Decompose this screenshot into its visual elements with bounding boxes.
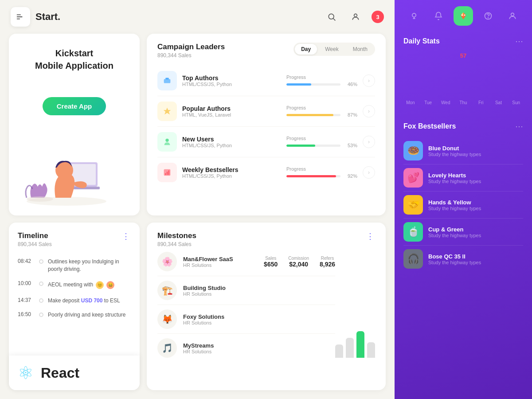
bestseller-sub-2: Study the highway types (428, 206, 481, 211)
campaign-rows-container: Top Authors HTML/CSS/JS, Python Progress… (157, 66, 375, 188)
campaign-header: Campaign Leaders 890,344 Sales Day Week … (157, 43, 375, 59)
milestone-bar-fill-1 (346, 338, 354, 358)
campaign-row: New Users HTML/CSS/JS, Python Progress 5… (157, 127, 375, 157)
bestseller-item[interactable]: 🎧 Bose QC 35 II Study the highway types (403, 246, 523, 272)
svg-rect-2 (17, 19, 20, 20)
right-panel: Daily Stats ⋯ 57 Mon Tue Wed Thu Fri Sat… (395, 0, 532, 399)
progress-section-3: Progress 92% (286, 166, 357, 179)
row-arrow-3[interactable]: › (363, 166, 375, 179)
campaign-info: Campaign Leaders 890,344 Sales (157, 43, 225, 59)
milestone-icon-2: 🦊 (157, 309, 177, 329)
panel-icon-user[interactable] (503, 6, 522, 26)
campaign-tabs: Day Week Month (293, 43, 375, 56)
timeline-item: 14:37 Make deposit USD 700 to ESL (18, 293, 131, 308)
timeline-dot-2 (39, 298, 43, 303)
row-arrow-0[interactable]: › (363, 74, 375, 87)
fox-bestsellers-menu[interactable]: ⋯ (515, 121, 523, 131)
kickstart-illustration (18, 136, 131, 207)
panel-icon-lightbulb[interactable] (404, 6, 424, 26)
campaign-row: Top Authors HTML/CSS/JS, Python Progress… (157, 66, 375, 96)
bestseller-thumb-2: 🤝 (403, 195, 423, 215)
milestones-menu[interactable]: ⋮ (366, 231, 375, 241)
bestseller-item[interactable]: 🍩 Blue Donut Study the highway types (403, 137, 523, 164)
row-arrow-1[interactable]: › (363, 105, 375, 117)
tab-month[interactable]: Month (347, 44, 374, 55)
fox-bestsellers-header: Fox Bestsellers ⋯ (403, 121, 523, 131)
campaign-row: Weekly Bestsellers HTML/CSS/JS, Python P… (157, 157, 375, 188)
avatar-2: 😄 (106, 280, 115, 290)
bestseller-info-1: Lovely Hearts Study the highway types (428, 172, 481, 184)
stats-bar-col: Wed (438, 98, 453, 105)
svg-point-5 (354, 14, 357, 17)
fox-bestsellers-title: Fox Bestsellers (403, 122, 456, 130)
timeline-dot-0 (39, 259, 43, 264)
timeline-text-3: Poorly driving and keep structure (48, 311, 125, 319)
timeline-menu[interactable]: ⋮ (122, 231, 131, 241)
svg-rect-18 (167, 172, 168, 175)
bar-day-Mon: Mon (406, 100, 415, 105)
daily-stats-menu[interactable]: ⋯ (515, 36, 523, 46)
milestones-content: 🌸 Man&Flower SaaS HR Solutions Sales $65… (157, 247, 375, 362)
user-icon[interactable] (348, 9, 364, 25)
bestseller-sub-3: Study the highway types (428, 233, 481, 238)
bestseller-item[interactable]: 🤝 Hands & Yellow Study the highway types (403, 192, 523, 219)
milestone-bar (367, 342, 375, 358)
panel-icon-bell[interactable] (429, 6, 448, 26)
milestone-bar-fill-0 (335, 344, 343, 358)
app-title: Start. (35, 11, 60, 23)
main-area: Start. 3 Kickstart Mobile Application (0, 0, 395, 399)
bestseller-name-0: Blue Donut (428, 145, 481, 152)
svg-rect-13 (165, 78, 168, 80)
bestseller-sub-4: Study the highway types (428, 260, 481, 265)
campaign-info-3: Weekly Bestsellers HTML/CSS/JS, Python (182, 166, 281, 179)
svg-rect-1 (17, 16, 23, 17)
bestseller-item[interactable]: 💕 Lovely Hearts Study the highway types (403, 164, 523, 192)
fox-icon (458, 11, 469, 21)
progress-row-0: 46% (286, 82, 357, 87)
notification-badge[interactable]: 3 (372, 11, 384, 23)
milestone-stats-0: Sales $650 Comission $2,040 Refers 8,926 (264, 256, 335, 268)
svg-point-3 (329, 14, 334, 19)
bestseller-sub-1: Study the highway types (428, 179, 481, 184)
svg-rect-12 (164, 79, 171, 83)
campaign-icon-3 (157, 163, 177, 182)
milestone-info-1: Building Studio HR Solutions (183, 285, 226, 297)
milestone-chart (335, 336, 375, 362)
campaign-name-1: Popular Authors (182, 105, 281, 112)
row-arrow-2[interactable]: › (363, 136, 375, 148)
panel-icon-question[interactable] (478, 6, 498, 26)
bestseller-item[interactable]: 🍵 Cup & Green Study the highway types (403, 219, 523, 246)
search-icon[interactable] (324, 9, 340, 25)
timeline-time-0: 08:42 (18, 258, 35, 264)
progress-label-3: Progress (286, 166, 357, 172)
campaign-icon-0 (157, 71, 177, 90)
panel-icon-fox[interactable] (454, 6, 473, 26)
timeline-list: 08:42 Outlines keep you Indulging in poo… (18, 254, 131, 322)
create-app-button[interactable]: Create App (43, 97, 106, 115)
progress-label-1: Progress (286, 105, 357, 110)
timeline-info: Timeline 890,344 Sales (18, 231, 52, 247)
milestone-row: 🏗️ Building Studio HR Solutions (157, 276, 335, 305)
progress-bar-fill-0 (286, 83, 311, 86)
timeline-text-0: Outlines keep you Indulging in poorly dr… (48, 258, 131, 273)
timeline-card: Timeline 890,344 Sales ⋮ 08:42 Outlines … (9, 223, 140, 390)
campaign-tech-3: HTML/CSS/JS, Python (182, 173, 281, 179)
svg-rect-17 (165, 173, 166, 175)
progress-label-0: Progress (286, 74, 357, 80)
tab-day[interactable]: Day (295, 44, 317, 55)
svg-point-24 (464, 15, 465, 16)
stats-bar-col: Sat (492, 98, 506, 105)
milestone-name-2: Foxy Solutions (183, 313, 224, 320)
progress-pct-3: 92% (344, 173, 357, 179)
bestseller-info-2: Hands & Yellow Study the highway types (428, 199, 481, 211)
logo-container (11, 7, 30, 27)
milestone-row: 🎵 MyStreams HR Solutions (157, 334, 335, 362)
progress-bar-fill-3 (286, 175, 336, 177)
progress-row-2: 53% (286, 143, 357, 148)
tab-week[interactable]: Week (319, 44, 344, 55)
progress-bar-bg-2 (286, 145, 340, 147)
header: Start. 3 (0, 0, 395, 34)
timeline-item: 10:00 AEOL meeting with 😊 😄 (18, 277, 131, 293)
svg-rect-0 (17, 15, 21, 16)
campaign-icon-2 (157, 132, 177, 152)
